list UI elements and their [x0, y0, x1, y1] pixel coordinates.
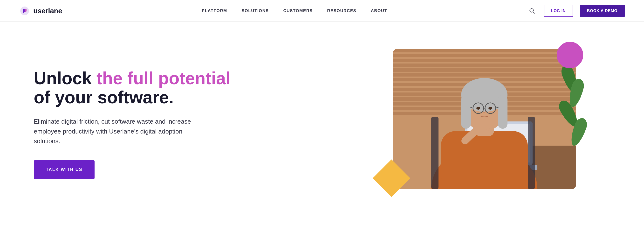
navbar-nav: PLATFORM SOLUTIONS CUSTOMERS RESOURCES A…	[202, 9, 387, 13]
hero-photo	[393, 49, 576, 189]
svg-point-34	[488, 107, 492, 110]
svg-point-33	[476, 107, 480, 110]
hero-title-part1: Unlock	[34, 69, 96, 88]
hero-title-accent: the full potential	[96, 69, 230, 88]
logo-text: userlane	[33, 7, 62, 15]
svg-rect-6	[393, 64, 576, 67]
book-demo-button[interactable]: BOOK A DEMO	[580, 5, 625, 17]
svg-rect-8	[393, 73, 576, 77]
logo-link[interactable]: userlane	[19, 6, 62, 16]
nav-item-about[interactable]: ABOUT	[371, 9, 387, 13]
svg-rect-5	[393, 59, 576, 62]
hero-section: Unlock the full potential of your softwa…	[0, 22, 644, 226]
svg-rect-7	[393, 68, 576, 72]
svg-rect-27	[498, 95, 508, 129]
hero-image-container	[378, 49, 576, 199]
decorative-circle	[557, 42, 583, 68]
navbar: userlane PLATFORM SOLUTIONS CUSTOMERS RE…	[0, 0, 644, 22]
userlane-logo-icon	[19, 6, 30, 16]
navbar-right: LOG IN BOOK A DEMO	[527, 5, 625, 17]
person-illustration	[393, 49, 576, 189]
search-button[interactable]	[527, 6, 537, 16]
svg-rect-4	[393, 54, 576, 57]
svg-line-1	[533, 12, 534, 13]
svg-rect-36	[431, 117, 438, 189]
svg-rect-37	[528, 117, 535, 189]
login-button[interactable]: LOG IN	[544, 5, 573, 17]
search-icon	[529, 8, 535, 14]
talk-with-us-button[interactable]: TALK WITH US	[34, 160, 94, 179]
svg-rect-3	[393, 49, 576, 52]
decorative-plant	[562, 59, 581, 155]
nav-item-customers[interactable]: CUSTOMERS	[283, 9, 312, 13]
svg-rect-26	[461, 95, 471, 129]
hero-title: Unlock the full potential of your softwa…	[34, 69, 310, 107]
hero-image-area	[329, 42, 625, 206]
nav-item-resources[interactable]: RESOURCES	[327, 9, 356, 13]
svg-rect-22	[441, 131, 528, 189]
hero-title-part2: of your software.	[34, 88, 174, 107]
nav-item-solutions[interactable]: SOLUTIONS	[242, 9, 269, 13]
nav-item-platform[interactable]: PLATFORM	[202, 9, 227, 13]
hero-subtitle: Eliminate digital friction, cut software…	[34, 117, 202, 146]
hero-content: Unlock the full potential of your softwa…	[34, 69, 329, 179]
